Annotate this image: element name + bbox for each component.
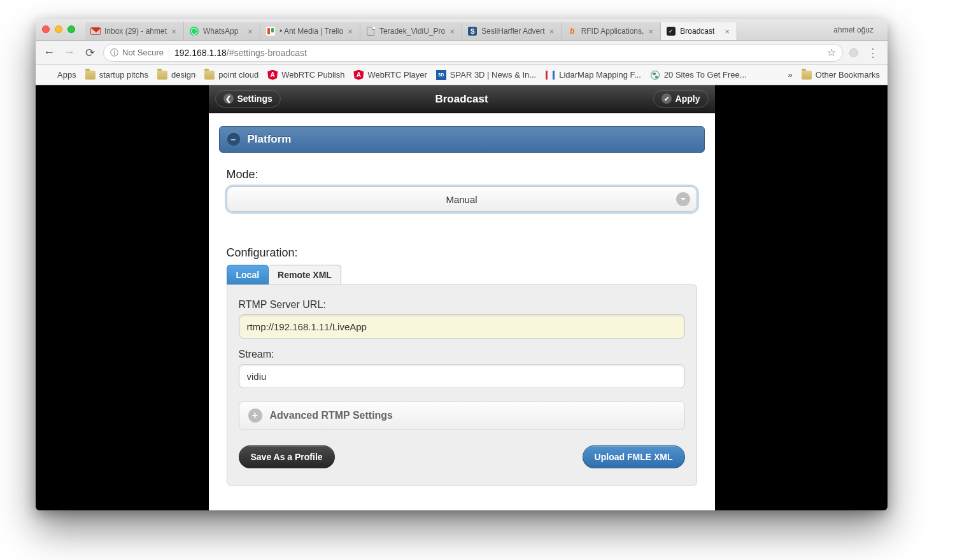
overflow-icon: » [788,70,793,80]
panel-content: Mode: Manual Configuration: Local Remote… [209,153,715,486]
folder-icon [204,70,215,80]
back-button[interactable]: ← [42,46,56,60]
tab-label: SesliHarfler Advert [481,27,544,36]
profile-name[interactable]: ahmet oğuz [819,25,888,34]
folder-icon [85,70,96,80]
tab-whatsapp[interactable]: WhatsApp × [184,22,260,40]
reload-button[interactable]: ⟳ [83,46,97,60]
bookmark-design[interactable]: design [157,70,195,80]
stream-input[interactable] [239,364,685,388]
bookmarks-bar: Apps startup pitchs design point cloud A… [36,65,888,85]
globe-icon [650,70,660,80]
apply-label: Apply [676,94,700,104]
platform-panel-header[interactable]: – Platform [219,126,705,153]
button-label: Upload FMLE XML [595,452,673,462]
advanced-rtmp-settings[interactable]: + Advanced RTMP Settings [239,401,685,430]
tab-label: • Ant Media | Trello [279,27,343,36]
menu-icon[interactable]: ⋮ [865,46,881,60]
close-icon[interactable]: × [449,27,455,36]
close-icon[interactable]: × [724,27,730,36]
config-tabs: Local Remote XML [227,265,697,284]
rtmp-url-label: RTMP Server URL: [239,299,685,311]
maximize-window-icon[interactable] [67,25,75,33]
folder-icon [157,70,167,80]
bookmark-label: WebRTC Player [367,70,427,80]
forward-button[interactable]: → [62,46,76,60]
bookmark-webrtc-player[interactable]: AWebRTC Player [353,70,427,80]
bookmark-label: startup pitchs [99,70,148,80]
page-title: Broadcast [435,93,488,106]
bookmark-spar3d[interactable]: 3DSPAR 3D | News & In... [436,70,536,80]
tab-label: Remote XML [278,270,332,280]
gmail-icon [90,26,101,36]
plus-icon: + [248,409,262,423]
viewport: ❮ Settings Broadcast ✔ Apply – Platform … [36,85,888,510]
window-controls [42,25,75,33]
mode-value: Manual [446,194,477,205]
tab-label: Teradek_VidiU_Pro [379,27,445,36]
apps-shortcut[interactable]: Apps [43,70,76,80]
close-icon[interactable]: × [171,27,177,36]
bookmark-label: SPAR 3D | News & In... [450,70,536,80]
url-host: 192.168.1.18 [174,48,227,58]
tab-sesliharfler[interactable]: S SesliHarfler Advert × [462,22,562,40]
rtmp-url-input[interactable] [239,314,685,339]
save-profile-button[interactable]: Save As a Profile [239,445,335,468]
lidar-icon [545,70,555,80]
angular-icon: A [267,70,278,80]
advanced-label: Advanced RTMP Settings [270,410,393,421]
tab-gmail[interactable]: Inbox (29) - ahmet × [85,22,184,40]
other-bookmarks[interactable]: Other Bookmarks [802,70,880,80]
back-label: Settings [237,94,272,104]
tab-label: Local [236,270,260,280]
tab-remote-xml[interactable]: Remote XML [269,265,341,284]
security-badge[interactable]: ⓘ Not Secure [110,47,169,59]
tabs: Inbox (29) - ahmet × WhatsApp × • Ant Me… [85,22,737,40]
tab-label: Broadcast [680,27,720,36]
url-path: /#settings-broadcast [227,48,307,58]
tab-teradek[interactable]: Teradek_VidiU_Pro × [360,22,462,40]
doc-icon [365,26,376,36]
check-icon: ✔ [661,94,672,104]
tab-label: Inbox (29) - ahmet [104,27,167,36]
upload-fmle-xml-button[interactable]: Upload FMLE XML [583,445,685,468]
tab-local[interactable]: Local [227,265,269,284]
button-label: Save As a Profile [251,452,323,462]
bookmarks-overflow[interactable]: » [788,70,793,80]
tab-strip: Inbox (29) - ahmet × WhatsApp × • Ant Me… [36,19,888,41]
folder-icon [802,70,812,80]
bookmark-startup-pitchs[interactable]: startup pitchs [85,70,148,80]
profile-avatar-icon[interactable] [849,48,858,57]
tab-rfid[interactable]: b RFID Applications, × [562,22,661,40]
bookmark-label: Other Bookmarks [816,70,880,80]
broadcast-icon: ✓ [666,26,676,36]
collapse-icon: – [227,133,240,146]
minimize-window-icon[interactable] [55,25,62,33]
tab-label: WhatsApp [203,27,243,36]
close-icon[interactable]: × [549,27,555,36]
spar-icon: 3D [436,70,446,80]
close-icon[interactable]: × [647,27,654,36]
apply-button[interactable]: ✔ Apply [653,90,709,108]
bookmark-point-cloud[interactable]: point cloud [204,70,258,80]
info-icon: ⓘ [110,47,118,59]
security-label: Not Secure [122,48,164,57]
config-body: RTMP Server URL: Stream: + Advanced RTMP… [227,284,697,486]
tab-broadcast[interactable]: ✓ Broadcast × [661,22,737,40]
close-icon[interactable]: × [247,27,253,36]
panel-title: Platform [248,133,292,146]
app: ❮ Settings Broadcast ✔ Apply – Platform … [209,85,715,510]
bookmark-label: Apps [57,70,76,80]
close-icon[interactable]: × [347,27,353,36]
address-bar[interactable]: ⓘ Not Secure 192.168.1.18/#settings-broa… [103,44,843,62]
tab-trello[interactable]: • Ant Media | Trello × [260,22,360,40]
bookmark-lidarmap[interactable]: LidarMap Mapping F... [545,70,641,80]
bookmark-star-icon[interactable]: ☆ [827,46,836,59]
s-icon: S [467,26,478,36]
back-settings-button[interactable]: ❮ Settings [215,90,281,108]
close-window-icon[interactable] [42,25,50,33]
angular-icon: A [353,70,364,80]
mode-select[interactable]: Manual [227,186,697,212]
bookmark-20sites[interactable]: 20 Sites To Get Free... [650,70,747,80]
bookmark-webrtc-publish[interactable]: AWebRTC Publish [267,70,344,80]
